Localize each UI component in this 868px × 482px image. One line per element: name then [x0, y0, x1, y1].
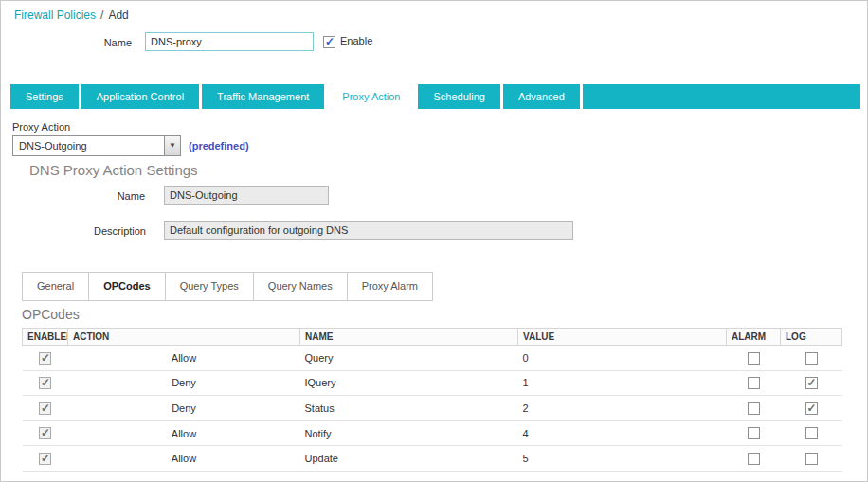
enable-label: Enable [340, 35, 372, 46]
description-label: Description [53, 225, 146, 237]
name-cell: Query [300, 346, 518, 371]
column-header-log: LOG [781, 329, 842, 346]
alarm-cell [727, 346, 781, 371]
table-row: DenyStatus2 [23, 396, 842, 421]
enabled-cell [23, 370, 68, 396]
tabbar-filler [583, 84, 860, 109]
tab-application-control[interactable]: Application Control [81, 84, 199, 109]
opcodes-title: OPCodes [22, 307, 80, 322]
value-cell: 5 [518, 446, 727, 472]
alarm-checkbox[interactable] [748, 453, 760, 465]
alarm-checkbox[interactable] [748, 427, 760, 439]
alarm-checkbox[interactable] [748, 377, 760, 389]
table-row: AllowNotify4 [23, 420, 842, 446]
breadcrumb: Firewall Policies/Add [14, 9, 129, 22]
enabled-cell [23, 446, 68, 472]
opcodes-header-row: ENABLEDACTIONNAMEVALUEALARMLOG [23, 329, 842, 346]
value-cell: 2 [518, 396, 727, 421]
proxy-action-label: Proxy Action [12, 121, 70, 133]
name-cell: IQuery [300, 370, 518, 396]
log-checkbox[interactable] [805, 427, 818, 439]
column-header-alarm: ALARM [727, 329, 781, 346]
log-cell [781, 420, 842, 446]
section-title: DNS Proxy Action Settings [29, 162, 198, 178]
alarm-checkbox[interactable] [748, 402, 760, 415]
tab-scheduling[interactable]: Scheduling [418, 84, 499, 109]
subtabbar: GeneralOPCodesQuery TypesQuery NamesProx… [22, 272, 433, 301]
column-header-value: VALUE [518, 329, 727, 346]
column-header-enabled: ENABLED [23, 329, 68, 346]
main-tabbar: SettingsApplication ControlTraffic Manag… [10, 84, 860, 109]
enable-checkbox[interactable] [323, 36, 335, 48]
chevron-down-icon[interactable]: ▼ [164, 136, 180, 155]
log-cell [781, 396, 842, 421]
value-cell: 0 [518, 346, 727, 371]
alarm-cell [727, 446, 781, 472]
enabled-cell [23, 346, 68, 371]
subtab-query-names[interactable]: Query Names [253, 272, 348, 301]
column-header-name: NAME [300, 329, 518, 346]
action-name-input [164, 186, 329, 205]
name-label: Name [58, 37, 132, 48]
tab-advanced[interactable]: Advanced [503, 84, 580, 109]
action-cell: Allow [68, 420, 300, 446]
enable-field: Enable [323, 35, 372, 48]
alarm-cell [727, 420, 781, 446]
action-cell: Deny [68, 370, 300, 396]
name-cell: Update [300, 446, 518, 472]
page: Firewall Policies/Add Name Enable Settin… [0, 0, 868, 482]
enabled-checkbox [39, 377, 51, 389]
opcodes-tbody: AllowQuery0DenyIQuery1DenyStatus2AllowNo… [23, 346, 842, 472]
alarm-cell [727, 396, 781, 421]
name-cell: Status [300, 396, 518, 421]
table-row: AllowUpdate5 [23, 446, 842, 472]
subtab-opcodes[interactable]: OPCodes [88, 272, 166, 301]
tab-traffic-management[interactable]: Traffic Management [202, 84, 324, 109]
name-input[interactable] [145, 32, 314, 51]
action-name-label: Name [58, 190, 145, 202]
subtab-general[interactable]: General [22, 272, 89, 301]
enabled-cell [23, 396, 68, 421]
enabled-checkbox [39, 453, 51, 465]
log-checkbox[interactable] [805, 453, 818, 465]
log-cell [781, 346, 842, 371]
action-cell: Deny [68, 396, 300, 421]
action-cell: Allow [68, 346, 300, 371]
subtab-proxy-alarm[interactable]: Proxy Alarm [347, 272, 433, 301]
table-row: DenyIQuery1 [23, 370, 842, 396]
log-cell [781, 370, 842, 396]
column-header-action: ACTION [68, 329, 300, 346]
enabled-checkbox [39, 427, 51, 439]
opcodes-table: ENABLEDACTIONNAMEVALUEALARMLOG AllowQuer… [22, 328, 842, 472]
breadcrumb-link-firewall-policies[interactable]: Firewall Policies [14, 9, 96, 22]
log-checkbox[interactable] [805, 402, 818, 415]
breadcrumb-current: Add [108, 9, 128, 22]
name-cell: Notify [300, 420, 518, 446]
log-checkbox[interactable] [805, 352, 818, 365]
alarm-cell [727, 370, 781, 396]
value-cell: 4 [518, 420, 727, 446]
tab-settings[interactable]: Settings [10, 84, 79, 109]
value-cell: 1 [518, 370, 727, 396]
log-cell [781, 446, 842, 472]
alarm-checkbox[interactable] [748, 352, 760, 365]
log-checkbox[interactable] [805, 377, 818, 389]
table-row: AllowQuery0 [23, 346, 842, 371]
subtab-query-types[interactable]: Query Types [165, 272, 254, 301]
proxy-action-selected-value: DNS-Outgoing [13, 136, 164, 155]
enabled-checkbox [39, 402, 51, 415]
proxy-action-select[interactable]: DNS-Outgoing ▼ [12, 135, 181, 156]
description-input [164, 221, 573, 240]
enabled-cell [23, 420, 68, 446]
breadcrumb-separator: / [100, 9, 103, 22]
enabled-checkbox [39, 352, 51, 365]
tab-proxy-action[interactable]: Proxy Action [327, 84, 415, 109]
predefined-link[interactable]: (predefined) [189, 140, 249, 152]
action-cell: Allow [68, 446, 300, 472]
